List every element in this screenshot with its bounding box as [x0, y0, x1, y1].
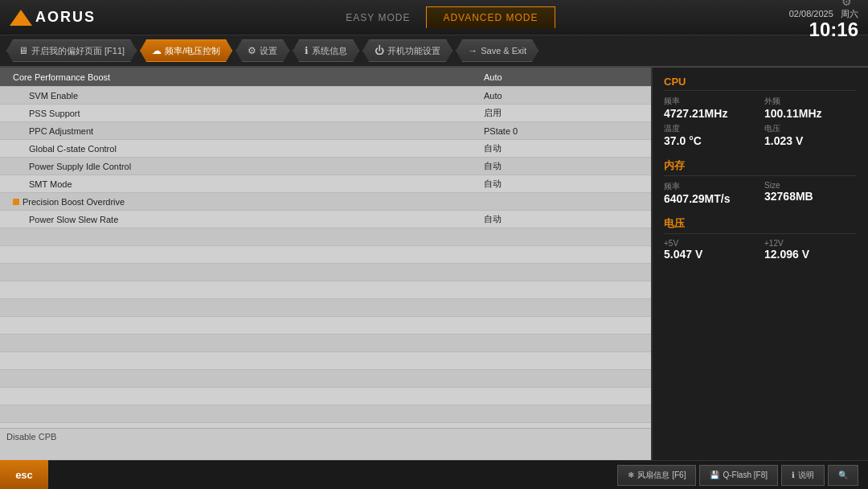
- table-row[interactable]: PSS Support 启用: [0, 105, 651, 122]
- table-row[interactable]: Power Slow Slew Rate 自动: [0, 211, 651, 228]
- cpu-voltage-cell: 电压 1.023 V: [764, 123, 857, 147]
- memory-info-grid: 频率 6407.29MT/s Size 32768MB: [664, 181, 857, 205]
- gear-icon: ⚙: [248, 45, 256, 56]
- datetime-area: ⚙ 02/08/2025 周六 10:16: [789, 0, 858, 39]
- v12-label: +12V: [764, 239, 857, 248]
- table-row[interactable]: Global C-state Control 自动: [0, 140, 651, 158]
- table-row[interactable]: SVM Enable Auto: [0, 87, 651, 105]
- table-row-empty: [0, 405, 651, 423]
- row-name: PPC Adjustment: [6, 126, 484, 136]
- exit-icon: →: [468, 45, 477, 56]
- nav-btn-home[interactable]: 🖥 开启我的偏好页面 [F11]: [6, 39, 137, 62]
- table-row-empty: [0, 228, 651, 246]
- help-icon: ℹ: [792, 471, 795, 479]
- easy-mode-tab[interactable]: EASY MODE: [330, 7, 426, 28]
- row-name: Precision Boost Overdrive: [6, 197, 484, 207]
- esc-button[interactable]: esc: [0, 460, 48, 489]
- cpu-ext-freq-label: 外频: [764, 96, 857, 107]
- nav-btn-save-exit[interactable]: → Save & Exit: [456, 39, 538, 62]
- header: AORUS EASY MODE ADVANCED MODE ⚙ 02/08/20…: [0, 0, 868, 35]
- settings-table: Core Performance Boost Auto SVM Enable A…: [0, 68, 651, 441]
- nav-btn-freq[interactable]: ☁ 频率/电压控制: [140, 39, 232, 62]
- time-display: 10:16: [809, 20, 858, 39]
- left-panel: Core Performance Boost Auto SVM Enable A…: [0, 68, 651, 460]
- row-value: Auto: [484, 91, 645, 101]
- cpu-voltage-value: 1.023 V: [764, 134, 857, 147]
- nav-btn-settings[interactable]: ⚙ 设置: [235, 39, 289, 62]
- orange-dot-icon: [13, 199, 19, 205]
- nav-bar: 🖥 开启我的偏好页面 [F11] ☁ 频率/电压控制 ⚙ 设置 ℹ 系统信息 ⏻…: [0, 35, 868, 68]
- cpu-temp-label: 温度: [664, 123, 756, 134]
- power-icon: ⏻: [375, 45, 384, 56]
- qflash-label: Q-Flash [F8]: [723, 471, 768, 479]
- row-value: PState 0: [484, 126, 645, 136]
- home-icon: 🖥: [18, 45, 28, 56]
- table-row-empty: [0, 246, 651, 264]
- cpu-ext-freq-value: 100.11MHz: [764, 107, 857, 120]
- table-row-empty: [0, 335, 651, 352]
- description-area: Disable CPB: [0, 428, 651, 460]
- cpu-voltage-label: 电压: [764, 123, 857, 134]
- row-value: 自动: [484, 142, 645, 154]
- header-row-value: Auto: [484, 72, 645, 82]
- table-row[interactable]: Power Supply Idle Control 自动: [0, 158, 651, 175]
- mem-freq-value: 6407.29MT/s: [664, 192, 756, 205]
- voltage-info-section: 电压 +5V 5.047 V +12V 12.096 V: [664, 216, 857, 261]
- fan-icon: ❄: [628, 471, 634, 479]
- table-row[interactable]: PPC Adjustment PState 0: [0, 122, 651, 140]
- v5-value: 5.047 V: [664, 248, 756, 261]
- table-row-empty: [0, 299, 651, 317]
- v12-cell: +12V 12.096 V: [764, 239, 857, 261]
- mem-freq-cell: 频率 6407.29MT/s: [664, 181, 756, 205]
- nav-btn-sysinfo[interactable]: ℹ 系统信息: [293, 39, 359, 62]
- cpu-freq-cell: 频率 4727.21MHz: [664, 96, 756, 120]
- table-row-empty: [0, 317, 651, 335]
- dot-row: Precision Boost Overdrive: [6, 197, 484, 207]
- mem-freq-label: 频率: [664, 181, 756, 192]
- cpu-info-section: CPU 频率 4727.21MHz 外频 100.11MHz 温度 37.0 °…: [664, 76, 857, 147]
- mem-size-cell: Size 32768MB: [764, 181, 857, 205]
- cpu-temp-value: 37.0 °C: [664, 134, 756, 147]
- row-value: 自动: [484, 160, 645, 172]
- cpu-freq-value: 4727.21MHz: [664, 107, 756, 120]
- settings-header-row[interactable]: Core Performance Boost Auto: [0, 68, 651, 87]
- advanced-mode-tab[interactable]: ADVANCED MODE: [426, 6, 555, 28]
- help-label: 说明: [798, 470, 814, 481]
- mem-size-value: 32768MB: [764, 190, 857, 203]
- table-row-empty: [0, 352, 651, 370]
- v5-label: +5V: [664, 239, 756, 248]
- cpu-title: CPU: [664, 76, 857, 91]
- description-text: Disable CPB: [6, 432, 56, 442]
- cpu-info-grid: 频率 4727.21MHz 外频 100.11MHz 温度 37.0 °C 电压…: [664, 96, 857, 147]
- row-name: Power Supply Idle Control: [6, 162, 484, 171]
- qflash-btn[interactable]: 💾 Q-Flash [F8]: [699, 465, 778, 486]
- aorus-logo: AORUS: [10, 9, 96, 26]
- row-name: SMT Mode: [6, 179, 484, 189]
- fan-info-btn[interactable]: ❄ 风扇信息 [F6]: [617, 465, 696, 486]
- row-value: 自动: [484, 213, 645, 225]
- mem-size-label: Size: [764, 181, 857, 190]
- search-icon: 🔍: [838, 471, 848, 479]
- row-value: 启用: [484, 107, 645, 119]
- row-name: Power Slow Slew Rate: [6, 215, 484, 224]
- header-left: AORUS: [10, 9, 96, 26]
- cloud-icon: ☁: [152, 45, 162, 56]
- table-row-empty: [0, 388, 651, 405]
- brand-name: AORUS: [35, 9, 96, 26]
- row-name: PSS Support: [6, 109, 484, 118]
- row-name: Global C-state Control: [6, 144, 484, 154]
- row-name: SVM Enable: [6, 91, 484, 101]
- settings-gear-icon[interactable]: ⚙: [841, 0, 852, 8]
- help-btn[interactable]: ℹ 说明: [781, 465, 825, 486]
- voltage-info-grid: +5V 5.047 V +12V 12.096 V: [664, 239, 857, 261]
- table-row[interactable]: SMT Mode 自动: [0, 175, 651, 193]
- search-btn[interactable]: 🔍: [828, 465, 858, 486]
- mode-tabs: EASY MODE ADVANCED MODE: [330, 6, 555, 28]
- table-row[interactable]: Precision Boost Overdrive: [0, 193, 651, 211]
- memory-info-section: 内存 频率 6407.29MT/s Size 32768MB: [664, 158, 857, 205]
- nav-btn-boot[interactable]: ⏻ 开机功能设置: [362, 39, 452, 62]
- table-row-empty: [0, 281, 651, 299]
- cpu-freq-label: 频率: [664, 96, 756, 107]
- header-row-name: Core Performance Boost: [6, 72, 484, 82]
- logo-triangle-icon: [10, 10, 32, 26]
